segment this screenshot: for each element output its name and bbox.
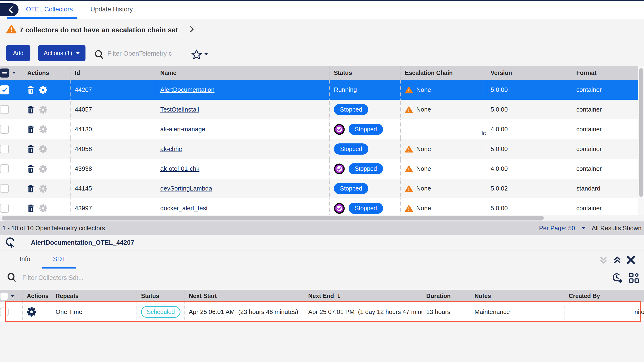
sdt-table-row[interactable]: One Time Scheduled Apr 25 06:01 AM (23 h…	[0, 302, 644, 321]
caret-down-icon[interactable]	[204, 53, 208, 55]
collector-name-link[interactable]: ak-alert-manage	[160, 126, 205, 133]
escalation-value: None	[416, 86, 431, 93]
row-checkbox[interactable]	[0, 164, 9, 173]
tab-otel-collectors-label: OTEL Collectors	[26, 6, 73, 13]
select-all-checkbox[interactable]	[0, 69, 9, 78]
delete-icon[interactable]	[27, 126, 34, 133]
row-checkbox[interactable]	[0, 145, 9, 153]
tab-update-history[interactable]: Update History	[88, 0, 135, 19]
settings-gear-icon[interactable]	[39, 125, 47, 133]
window-top-edge	[0, 0, 644, 1]
otel-collectors-page: OTEL Collectors Update History 7 collect…	[0, 0, 644, 362]
add-button-label: Add	[13, 50, 24, 57]
sdt-select-all-checkbox[interactable]	[0, 292, 8, 300]
warning-icon	[405, 205, 413, 212]
table-row[interactable]: 43938 ak-otel-01-chk Stopped None 4.0.00…	[0, 159, 638, 178]
collector-id: 44130	[75, 126, 92, 133]
settings-gear-icon[interactable]	[39, 165, 47, 173]
sdt-table-header: Actions Repeats Status Next Start Next E…	[0, 290, 644, 302]
escalation-warning-banner[interactable]: 7 collectors do not have an escalation c…	[0, 19, 644, 39]
escalation-value: None	[416, 165, 431, 172]
add-sdt-clock-icon[interactable]	[612, 273, 622, 283]
collector-name-link[interactable]: AlertDocumentation	[160, 86, 214, 93]
actions-dropdown-button[interactable]: Actions (1)	[38, 45, 86, 61]
chevron-left-icon	[8, 6, 13, 13]
row-checkbox-checked[interactable]	[0, 85, 9, 94]
delete-icon[interactable]	[27, 145, 34, 153]
table-row[interactable]: 44145 devSortingLambda Stopped None 5.0.…	[0, 178, 638, 198]
per-page-dropdown[interactable]: Per Page: 50	[539, 225, 586, 232]
version-value: 4.0.00	[490, 126, 508, 133]
sdt-column-header-notes: Notes	[474, 293, 491, 299]
back-button[interactable]	[0, 3, 18, 16]
sdt-active-icon	[334, 124, 345, 135]
sdt-column-header-next-end[interactable]: Next End	[308, 293, 334, 299]
detail-tab-sdt[interactable]: SDT	[50, 250, 69, 268]
sdt-filter-input[interactable]	[22, 273, 165, 283]
collector-name-link[interactable]: devSortingLambda	[160, 185, 212, 192]
collector-name-link[interactable]: ak-otel-01-chk	[160, 165, 200, 172]
row-checkbox[interactable]	[0, 105, 9, 114]
sort-descending-icon[interactable]: ↓	[336, 293, 342, 300]
delete-icon[interactable]	[27, 185, 34, 193]
settings-gear-icon[interactable]	[39, 145, 47, 153]
caret-down-icon[interactable]	[12, 72, 16, 74]
delete-icon[interactable]	[27, 205, 34, 212]
close-icon[interactable]	[627, 256, 635, 264]
column-header-status: Status	[334, 69, 352, 76]
collector-filter-input[interactable]	[107, 48, 186, 59]
version-value: 5.0.02	[490, 185, 508, 192]
column-header-name: Name	[160, 69, 176, 76]
settings-gear-icon[interactable]	[39, 106, 47, 114]
sdt-row-checkbox[interactable]	[0, 307, 8, 316]
collector-id: 44058	[75, 145, 92, 153]
expand-up-icon[interactable]	[613, 256, 621, 264]
delete-icon[interactable]	[27, 86, 34, 94]
column-header-format: Format	[576, 69, 596, 76]
sdt-repeats-value: One Time	[56, 308, 82, 316]
collector-name-link[interactable]: docker_alert_test	[160, 205, 208, 212]
column-header-actions: Actions	[27, 69, 49, 76]
table-row[interactable]: 44058 ak-chhc Stopped None 5.0.00 contai…	[0, 139, 638, 159]
row-checkbox[interactable]	[0, 204, 9, 213]
escalation-value: None	[416, 185, 431, 192]
settings-gear-icon[interactable]	[39, 86, 47, 94]
collector-name-link[interactable]: TestOtelInstall	[160, 106, 199, 113]
row-checkbox[interactable]	[0, 184, 9, 193]
delete-icon[interactable]	[27, 106, 34, 113]
detail-tab-info[interactable]: Info	[14, 250, 36, 268]
version-value: 5.0.00	[490, 86, 508, 93]
sdt-created-by-value: nito	[634, 308, 644, 316]
escalation-value: None	[416, 106, 431, 113]
warning-icon	[405, 106, 413, 113]
detail-panel-header: AlertDocumentation_OTEL_44207	[0, 235, 644, 250]
status-badge: Stopped	[334, 183, 368, 194]
vertical-scrollbar-thumb[interactable]	[639, 68, 643, 197]
vertical-scrollbar[interactable]	[638, 66, 644, 215]
table-row[interactable]: 44207 AlertDocumentation Running None 5.…	[0, 80, 638, 100]
horizontal-scrollbar-thumb[interactable]	[2, 216, 544, 221]
warning-icon	[405, 165, 413, 172]
settings-gear-icon[interactable]	[27, 307, 36, 317]
table-row[interactable]: 44130 ak-alert-manage Stopped 4.0.00 con…	[0, 119, 638, 139]
sdt-column-header-next-start: Next Start	[189, 293, 217, 299]
grid-settings-icon[interactable]	[629, 273, 639, 283]
caret-down-icon[interactable]	[11, 295, 14, 297]
horizontal-scrollbar[interactable]	[0, 215, 644, 222]
collector-name-link[interactable]: ak-chhc	[160, 145, 182, 153]
collapse-down-icon[interactable]	[599, 256, 608, 264]
add-button[interactable]: Add	[6, 45, 30, 61]
sdt-active-icon	[334, 163, 345, 174]
settings-gear-icon[interactable]	[39, 185, 47, 193]
sdt-next-start-value: Apr 25 06:01 AM (23 hours 46 minutes)	[189, 308, 298, 316]
table-row[interactable]: 44057 TestOtelInstall Stopped None 5.0.0…	[0, 100, 638, 119]
chevron-right-icon[interactable]	[190, 26, 194, 32]
sdt-duration-value: 13 hours	[426, 308, 450, 316]
row-checkbox[interactable]	[0, 125, 9, 134]
delete-icon[interactable]	[27, 165, 34, 173]
search-icon	[7, 273, 16, 282]
star-favorites-icon[interactable]	[192, 50, 202, 60]
table-row[interactable]: 43997 docker_alert_test Stopped None 5.0…	[0, 198, 638, 215]
settings-gear-icon[interactable]	[39, 204, 47, 212]
tab-otel-collectors[interactable]: OTEL Collectors	[21, 0, 78, 19]
